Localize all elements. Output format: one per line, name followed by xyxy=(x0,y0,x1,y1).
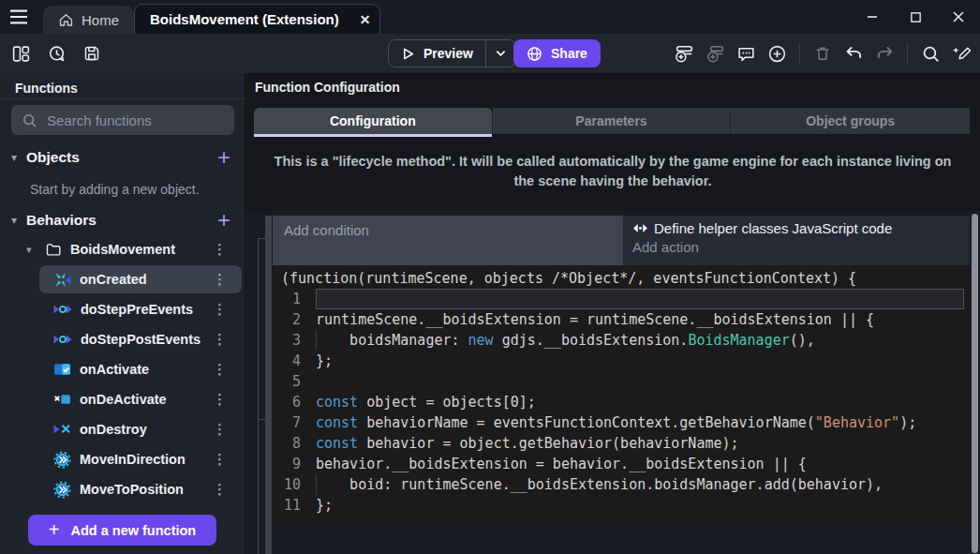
event-drag-handle[interactable] xyxy=(265,216,272,554)
function-item-dosteppreevents[interactable]: doStepPreEvents⋮ xyxy=(0,294,245,324)
more-options-icon[interactable]: ⋮ xyxy=(213,481,227,498)
code-footer: })(runtimeScene, objects /*Object*/, eve… xyxy=(273,536,970,554)
objects-collapse-icon[interactable]: ▾ xyxy=(11,151,26,164)
javascript-code-editor[interactable]: (function(runtimeScene, objects /*Object… xyxy=(273,265,970,525)
search-button[interactable] xyxy=(919,42,942,65)
share-label: Share xyxy=(551,46,587,61)
function-label: MoveToPosition xyxy=(80,482,184,497)
function-item-moveindirection[interactable]: MoveInDirection⋮ xyxy=(0,444,245,474)
add-condition-button[interactable]: Add condition xyxy=(273,216,623,265)
tab-configuration[interactable]: Configuration xyxy=(254,108,493,134)
add-new-button[interactable] xyxy=(765,42,788,65)
tab-home-label: Home xyxy=(82,12,119,28)
close-window-button[interactable] xyxy=(937,0,980,34)
line-number: 7 xyxy=(273,412,316,433)
preview-button[interactable]: Preview xyxy=(388,39,516,67)
line-number: 8 xyxy=(273,433,316,454)
js-code-event: Add condition Define helper classes Java… xyxy=(273,216,970,554)
save-button[interactable] xyxy=(81,42,103,65)
behavior-function-list: ▾BoidsMovement⋮onCreated⋮doStepPreEvents… xyxy=(0,234,245,504)
minimize-button[interactable] xyxy=(851,0,894,34)
toolbar: Preview Share xyxy=(0,34,980,73)
add-object-button[interactable]: + xyxy=(217,148,230,167)
destroy-icon xyxy=(53,423,71,436)
behaviors-header-label[interactable]: Behaviors xyxy=(26,212,97,229)
main-menu-button[interactable] xyxy=(7,7,30,27)
panel-title: Function Configuration xyxy=(255,80,400,95)
maximize-icon xyxy=(910,11,922,23)
more-options-icon[interactable]: ⋮ xyxy=(213,271,227,288)
code-line-9[interactable]: 9behavior.__boidsExtension = behavior.__… xyxy=(273,454,970,474)
tab-boidsmovement-extension[interactable]: BoidsMovement (Extension) ✕ xyxy=(134,4,380,34)
behavior-group-boidsmovement[interactable]: ▾BoidsMovement⋮ xyxy=(0,234,245,264)
function-item-oncreated[interactable]: onCreated⋮ xyxy=(0,264,245,294)
tab-parameters[interactable]: Parameters xyxy=(493,108,732,134)
more-options-icon[interactable]: ⋮ xyxy=(213,361,227,378)
code-event-icon xyxy=(632,223,648,233)
trash-button xyxy=(811,42,834,65)
add-event-button[interactable] xyxy=(673,42,695,65)
more-options-icon[interactable]: ⋮ xyxy=(213,451,227,468)
lifecycle-description: This is a "lifecycle method". It will be… xyxy=(245,152,980,191)
events-sheet: Add condition Define helper classes Java… xyxy=(245,211,980,554)
event-header: Add condition Define helper classes Java… xyxy=(273,216,970,265)
code-line-5[interactable]: 5 xyxy=(273,371,970,392)
line-number: 3 xyxy=(273,330,316,351)
code-line-8[interactable]: 8const behavior = object.getBehavior(beh… xyxy=(273,433,970,454)
code-line-11[interactable]: 11}; xyxy=(273,495,970,516)
function-label: onActivate xyxy=(80,362,149,377)
preview-button-main[interactable]: Preview xyxy=(389,40,485,67)
preview-dropdown-button[interactable] xyxy=(486,40,515,67)
behaviors-collapse-icon[interactable]: ▾ xyxy=(11,214,26,227)
function-item-onactivate[interactable]: onActivate⋮ xyxy=(0,354,245,384)
title-bar: Home BoidsMovement (Extension) ✕ xyxy=(0,0,980,34)
more-options-icon[interactable]: ⋮ xyxy=(213,331,227,348)
function-item-movetoposition[interactable]: MoveToPosition⋮ xyxy=(0,474,245,504)
edit-extension-button[interactable] xyxy=(950,42,973,65)
search-functions-input[interactable]: Search functions xyxy=(11,105,234,135)
more-options-icon[interactable]: ⋮ xyxy=(213,301,227,318)
redo-icon xyxy=(875,44,895,64)
functions-sidebar: Functions Search functions ▾ Objects + S… xyxy=(0,73,245,554)
tab-object-groups[interactable]: Object groups xyxy=(731,108,970,134)
function-item-ondeactivate[interactable]: onDeActivate⋮ xyxy=(0,384,245,414)
function-label: MoveInDirection xyxy=(80,452,186,467)
add-new-function-button[interactable]: + Add a new function xyxy=(28,515,216,546)
toolbar-divider xyxy=(799,43,800,64)
function-item-dosteppostevents[interactable]: doStepPostEvents⋮ xyxy=(0,324,245,354)
code-line-2[interactable]: 2runtimeScene.__boidsExtension = runtime… xyxy=(273,309,970,330)
add-comment-button[interactable] xyxy=(735,42,757,65)
more-options-icon[interactable]: ⋮ xyxy=(213,421,227,438)
function-label: onDeActivate xyxy=(80,392,167,407)
tab-home[interactable]: Home xyxy=(43,6,134,34)
objects-empty-hint: Start by adding a new object. xyxy=(30,182,200,197)
search-icon xyxy=(22,112,37,128)
tab-close-icon[interactable]: ✕ xyxy=(360,12,371,27)
globe-icon xyxy=(527,46,542,62)
more-options-icon[interactable]: ⋮ xyxy=(213,391,227,408)
js-event-title-row[interactable]: Define helper classes JavaScript code xyxy=(632,220,960,236)
play-icon xyxy=(401,47,415,61)
code-line-10[interactable]: 10 boid: runtimeScene.__boidsExtension.b… xyxy=(273,474,970,495)
code-line-6[interactable]: 6const object = objects[0]; xyxy=(273,392,970,412)
add-subevent-button xyxy=(704,42,726,65)
objects-header-label[interactable]: Objects xyxy=(26,149,80,166)
code-line-1[interactable]: 1 xyxy=(273,289,970,309)
objects-section-header: ▾ Objects + xyxy=(0,144,245,171)
activate-icon xyxy=(53,363,71,376)
add-behavior-button[interactable]: + xyxy=(217,211,230,230)
function-configuration-panel: Function Configuration Configuration Par… xyxy=(245,73,980,554)
add-action-button[interactable]: Add action xyxy=(632,239,960,255)
panels-button[interactable] xyxy=(9,42,32,65)
code-line-4[interactable]: 4}; xyxy=(273,351,970,371)
history-button[interactable] xyxy=(45,42,67,65)
more-options-icon[interactable]: ⋮ xyxy=(213,241,227,258)
maximize-button[interactable] xyxy=(894,0,937,34)
code-line-3[interactable]: 3 boidsManager: new gdjs.__boidsExtensio… xyxy=(273,330,970,351)
share-button[interactable]: Share xyxy=(513,39,601,67)
collapse-icon[interactable]: ▾ xyxy=(26,244,39,256)
undo-button[interactable] xyxy=(842,42,865,65)
events-scrollbar[interactable] xyxy=(972,214,978,553)
code-line-7[interactable]: 7const behaviorName = eventsFunctionCont… xyxy=(273,412,970,433)
function-item-ondestroy[interactable]: onDestroy⋮ xyxy=(0,414,245,444)
